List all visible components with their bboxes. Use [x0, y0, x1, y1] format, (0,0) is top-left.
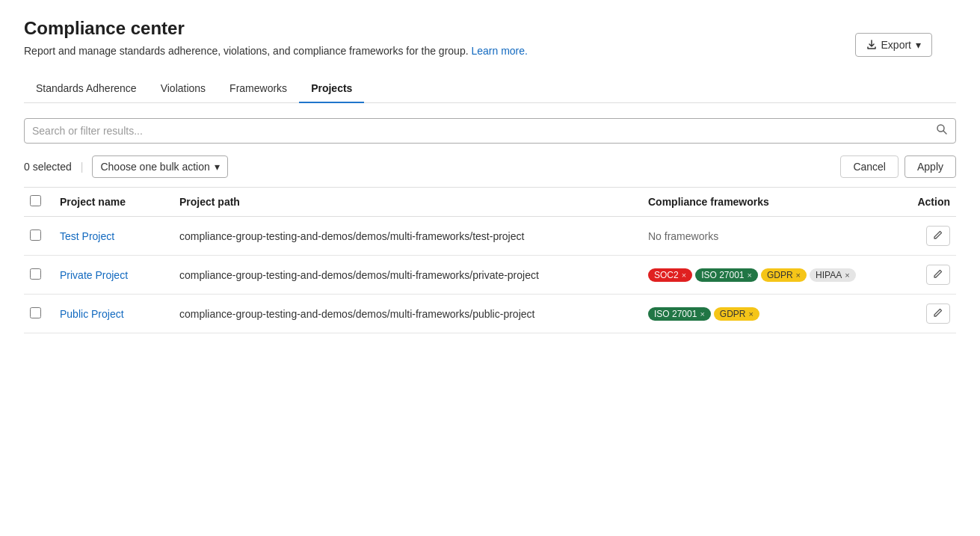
project-frameworks: ISO 27001×GDPR× — [642, 295, 896, 333]
learn-more-link[interactable]: Learn more. — [471, 45, 527, 57]
col-header-action: Action — [896, 188, 956, 217]
remove-framework-icon[interactable]: × — [796, 271, 801, 280]
search-input[interactable] — [32, 125, 936, 137]
cancel-button[interactable]: Cancel — [840, 155, 899, 178]
remove-framework-icon[interactable]: × — [748, 309, 753, 318]
tab-frameworks[interactable]: Frameworks — [218, 75, 299, 103]
row-checkbox[interactable] — [30, 268, 41, 280]
tab-violations[interactable]: Violations — [149, 75, 218, 103]
toolbar: 0 selected | Choose one bulk action ▾ Ca… — [24, 155, 956, 178]
row-checkbox[interactable] — [30, 307, 41, 318]
selected-count: 0 selected — [24, 161, 72, 173]
framework-tag: SOC2× — [648, 268, 692, 282]
project-frameworks: SOC2×ISO 27001×GDPR×HIPAA× — [642, 256, 896, 295]
edit-framework-button[interactable] — [926, 226, 950, 246]
project-path: compliance-group-testing-and-demos/demos… — [173, 256, 642, 295]
project-name-link[interactable]: Public Project — [60, 308, 124, 320]
chevron-down-icon: ▾ — [916, 39, 921, 51]
edit-framework-button[interactable] — [926, 265, 950, 285]
search-bar — [24, 118, 956, 144]
row-checkbox[interactable] — [30, 230, 41, 241]
bulk-action-dropdown[interactable]: Choose one bulk action ▾ — [92, 155, 227, 178]
export-icon — [866, 40, 877, 50]
remove-framework-icon[interactable]: × — [845, 271, 849, 280]
table-row: Private Projectcompliance-group-testing-… — [24, 256, 956, 295]
framework-tag: HIPAA× — [810, 268, 856, 282]
col-header-frameworks: Compliance frameworks — [642, 188, 896, 217]
remove-framework-icon[interactable]: × — [682, 271, 686, 280]
projects-table: Project name Project path Compliance fra… — [24, 187, 956, 333]
framework-tag: ISO 27001× — [695, 268, 758, 282]
project-frameworks: No frameworks — [642, 217, 896, 256]
no-frameworks-label: No frameworks — [648, 230, 718, 242]
table-row: Test Projectcompliance-group-testing-and… — [24, 217, 956, 256]
export-button[interactable]: Export ▾ — [855, 33, 932, 57]
page-subtitle: Report and manage standards adherence, v… — [24, 45, 528, 57]
tabs: Standards Adherence Violations Framework… — [24, 75, 956, 103]
project-path: compliance-group-testing-and-demos/demos… — [173, 217, 642, 256]
select-all-checkbox[interactable] — [30, 195, 41, 206]
project-name-link[interactable]: Private Project — [60, 269, 128, 281]
project-action-cell — [896, 256, 956, 295]
edit-framework-button[interactable] — [926, 304, 950, 324]
framework-tag: GDPR× — [714, 307, 759, 321]
col-header-path: Project path — [173, 188, 642, 217]
framework-tag: GDPR× — [761, 268, 807, 282]
tab-projects[interactable]: Projects — [299, 75, 364, 103]
apply-button[interactable]: Apply — [905, 155, 956, 178]
project-path: compliance-group-testing-and-demos/demos… — [173, 295, 642, 333]
project-name-link[interactable]: Test Project — [60, 230, 114, 242]
tab-standards[interactable]: Standards Adherence — [24, 75, 149, 103]
chevron-down-icon: ▾ — [215, 161, 220, 173]
table-row: Public Projectcompliance-group-testing-a… — [24, 295, 956, 333]
svg-line-1 — [943, 131, 946, 134]
col-header-name: Project name — [54, 188, 173, 217]
remove-framework-icon[interactable]: × — [748, 271, 752, 280]
page-title: Compliance center — [24, 18, 528, 39]
search-icon — [936, 123, 948, 138]
project-action-cell — [896, 217, 956, 256]
framework-tag: ISO 27001× — [648, 307, 711, 321]
project-action-cell — [896, 295, 956, 333]
remove-framework-icon[interactable]: × — [700, 309, 704, 318]
